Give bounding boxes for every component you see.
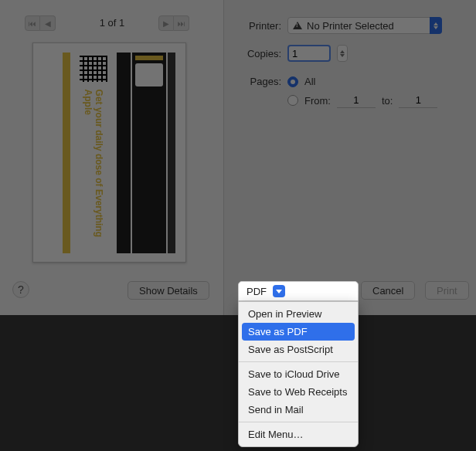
menu-save-as-postscript[interactable]: Save as PostScript — [239, 341, 358, 358]
pages-from-input[interactable] — [337, 93, 376, 108]
pages-all-radio[interactable] — [287, 76, 298, 87]
help-button[interactable]: ? — [12, 281, 29, 298]
chevron-down-icon — [273, 285, 285, 297]
page-thumbnail: Get your daily dose of Everything Apple — [32, 42, 186, 263]
menu-save-to-web-receipts[interactable]: Save to Web Receipts — [239, 383, 358, 401]
menu-save-to-icloud[interactable]: Save to iCloud Drive — [239, 365, 358, 383]
preview-pane: ⏮ ◀ 1 of 1 ▶ ⏭ Get your daily dose of Ev… — [0, 0, 224, 315]
updown-icon — [430, 17, 442, 34]
pages-from-label: From: — [304, 95, 331, 107]
copies-label: Copies: — [236, 48, 281, 59]
pages-to-input[interactable] — [399, 93, 437, 108]
printer-value: No Printer Selected — [307, 20, 394, 32]
pdf-label: PDF — [246, 286, 267, 297]
preview-headline: Get your daily dose of Everything Apple — [82, 89, 104, 253]
options-pane: Printer: No Printer Selected Copies: Pag… — [224, 0, 476, 315]
next-page-button[interactable]: ▶ — [158, 15, 174, 31]
page-indicator: 1 of 1 — [0, 17, 224, 29]
last-page-button[interactable]: ⏭ — [174, 15, 189, 31]
pdf-dropdown-menu: Open in Preview Save as PDF Save as Post… — [238, 301, 359, 447]
pages-all-text: All — [304, 76, 315, 87]
printer-select[interactable]: No Printer Selected — [287, 17, 442, 34]
pages-to-label: to: — [382, 95, 393, 107]
pages-label: Pages: — [236, 76, 281, 87]
menu-open-in-preview[interactable]: Open in Preview — [239, 305, 358, 323]
menu-edit-menu[interactable]: Edit Menu… — [239, 426, 358, 443]
print-button[interactable]: Print — [425, 281, 469, 300]
cancel-button[interactable]: Cancel — [361, 281, 415, 300]
print-dialog: ⏮ ◀ 1 of 1 ▶ ⏭ Get your daily dose of Ev… — [0, 0, 476, 315]
qr-code-graphic — [76, 53, 110, 85]
warning-icon — [293, 22, 302, 29]
menu-send-in-mail[interactable]: Send in Mail — [239, 401, 358, 419]
menu-save-as-pdf[interactable]: Save as PDF — [242, 323, 355, 341]
copies-stepper[interactable] — [337, 45, 348, 62]
pages-range-radio[interactable] — [287, 95, 298, 106]
pdf-dropdown-button[interactable]: PDF — [238, 281, 359, 301]
copies-input[interactable] — [287, 45, 331, 62]
show-details-button[interactable]: Show Details — [128, 281, 209, 300]
printer-label: Printer: — [236, 20, 281, 32]
